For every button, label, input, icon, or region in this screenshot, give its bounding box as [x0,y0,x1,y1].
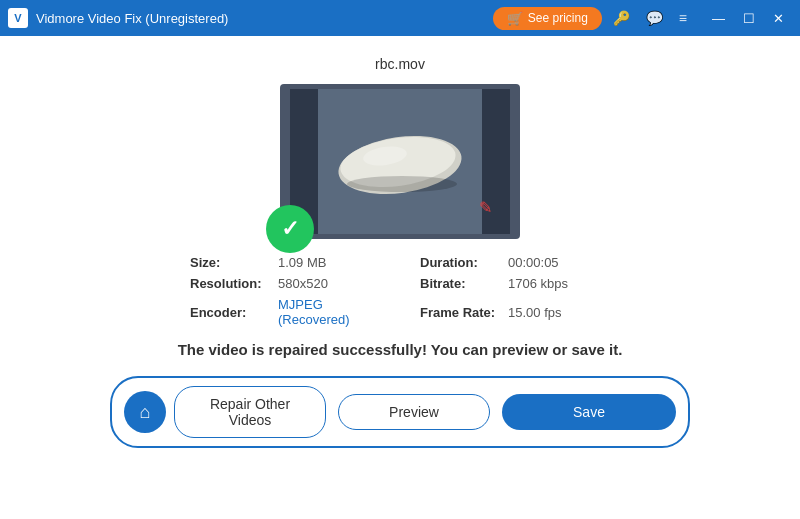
maximize-button[interactable]: ☐ [735,10,763,27]
video-info-grid: Size: 1.09 MB Duration: 00:00:05 Resolut… [190,255,610,327]
action-buttons: Repair Other Videos Preview Save [174,386,676,438]
repair-other-videos-button[interactable]: Repair Other Videos [174,386,326,438]
duration-value: 00:00:05 [508,255,559,270]
framerate-label: Frame Rate: [420,305,500,320]
video-filename: rbc.mov [375,56,425,72]
key-icon-button[interactable]: 🔑 [608,8,635,28]
menu-icon-button[interactable]: ≡ [674,8,692,28]
home-button[interactable]: ⌂ [124,391,166,433]
bitrate-row: Bitrate: 1706 kbps [420,276,610,291]
main-content: rbc.mov ✓ ✎ Siz [0,36,800,468]
app-logo: V [8,8,28,28]
framerate-value: 15.00 fps [508,305,562,320]
encoder-row: Encoder: MJPEG (Recovered) [190,297,380,327]
resolution-row: Resolution: 580x520 [190,276,380,291]
cart-icon: 🛒 [507,11,523,26]
success-message: The video is repaired successfully! You … [178,341,623,358]
svg-point-6 [347,176,457,192]
encoder-value: MJPEG (Recovered) [278,297,380,327]
video-thumbnail-wrapper: ✓ ✎ [280,84,520,239]
title-bar: V Vidmore Video Fix (Unregistered) 🛒 See… [0,0,800,36]
video-preview-svg [290,89,510,234]
repair-cursor-icon: ✎ [479,198,492,217]
size-row: Size: 1.09 MB [190,255,380,270]
action-bar: ⌂ Repair Other Videos Preview Save [110,376,690,448]
check-icon: ✓ [281,216,299,242]
see-pricing-button[interactable]: 🛒 See pricing [493,7,602,30]
success-badge: ✓ [266,205,314,253]
bitrate-label: Bitrate: [420,276,500,291]
chat-icon-button[interactable]: 💬 [641,8,668,28]
window-controls: — ☐ ✕ [704,10,792,27]
resolution-value: 580x520 [278,276,328,291]
home-icon: ⌂ [140,402,151,423]
close-button[interactable]: ✕ [765,10,792,27]
framerate-row: Frame Rate: 15.00 fps [420,297,610,327]
minimize-button[interactable]: — [704,10,733,27]
preview-button[interactable]: Preview [338,394,490,430]
size-value: 1.09 MB [278,255,326,270]
title-bar-left: V Vidmore Video Fix (Unregistered) [8,8,228,28]
duration-label: Duration: [420,255,500,270]
bitrate-value: 1706 kbps [508,276,568,291]
save-button[interactable]: Save [502,394,676,430]
size-label: Size: [190,255,270,270]
duration-row: Duration: 00:00:05 [420,255,610,270]
title-bar-right: 🛒 See pricing 🔑 💬 ≡ — ☐ ✕ [493,7,792,30]
encoder-label: Encoder: [190,305,270,320]
resolution-label: Resolution: [190,276,270,291]
app-title: Vidmore Video Fix (Unregistered) [36,11,228,26]
